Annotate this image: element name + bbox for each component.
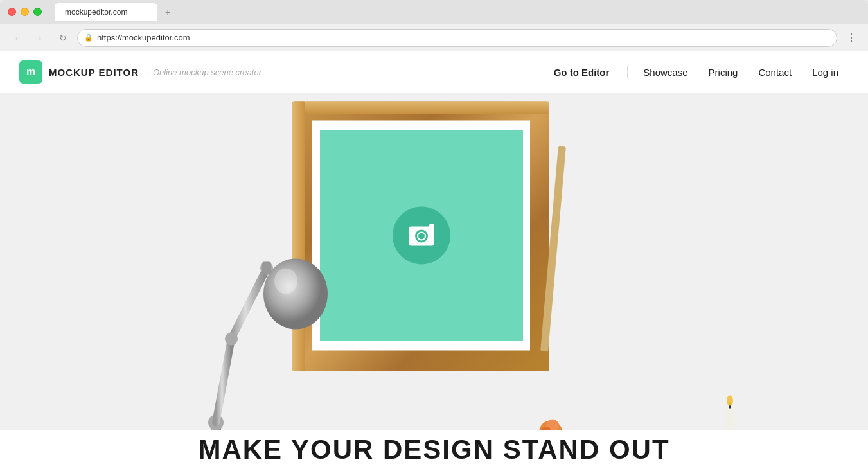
contact-link[interactable]: Contact [748, 62, 802, 83]
svg-rect-2 [292, 102, 549, 114]
site-header: m MOCKUP EDITOR - Online mockup scene cr… [0, 51, 868, 93]
back-button[interactable]: ‹ [8, 29, 26, 47]
logo-tagline: - Online mockup scene creator [148, 67, 261, 77]
reload-icon: ↻ [59, 33, 67, 43]
address-bar[interactable]: 🔒 [77, 29, 837, 47]
site-nav: Go to Editor Showcase Pricing Contact Lo… [541, 62, 849, 83]
url-input[interactable] [97, 33, 830, 42]
browser-toolbar: ‹ › ↻ 🔒 ⋮ [0, 24, 868, 51]
svg-rect-3 [292, 102, 305, 371]
logo-icon: m [19, 60, 42, 84]
lock-icon: 🔒 [84, 33, 93, 42]
svg-rect-21 [262, 262, 271, 275]
nav-divider [627, 66, 628, 78]
reload-button[interactable]: ↻ [54, 29, 72, 47]
svg-point-19 [263, 259, 328, 330]
new-tab-button[interactable]: + [165, 7, 170, 17]
hero-headline: MAKE YOUR DESIGN STAND OUT [198, 434, 669, 465]
logo-area: m MOCKUP EDITOR - Online mockup scene cr… [19, 60, 261, 84]
svg-point-20 [274, 269, 297, 294]
website-content: m MOCKUP EDITOR - Online mockup scene cr… [0, 51, 868, 469]
hero-scene [0, 93, 868, 430]
logo-letter: m [26, 66, 35, 78]
showcase-link[interactable]: Showcase [633, 62, 698, 83]
pricing-link[interactable]: Pricing [698, 62, 748, 83]
browser-tab[interactable]: mockupeditor.com [55, 3, 157, 21]
browser-menu-button[interactable]: ⋮ [842, 29, 860, 47]
hero-text-area: MAKE YOUR DESIGN STAND OUT [0, 430, 868, 469]
tab-title: mockupeditor.com [65, 8, 127, 17]
svg-point-17 [225, 333, 238, 346]
traffic-lights [8, 8, 42, 16]
svg-rect-10 [429, 224, 434, 228]
back-icon: ‹ [15, 33, 19, 43]
logo-text: MOCKUP EDITOR [49, 67, 139, 78]
forward-icon: › [39, 33, 42, 43]
menu-icon: ⋮ [846, 31, 856, 44]
svg-rect-38 [725, 409, 735, 431]
hero-section: MAKE YOUR DESIGN STAND OUT [0, 93, 868, 469]
svg-point-9 [418, 233, 425, 240]
browser-titlebar: mockupeditor.com + [0, 0, 868, 24]
hero-illustration [0, 93, 868, 430]
close-button[interactable] [8, 8, 16, 16]
minimize-button[interactable] [21, 8, 29, 16]
svg-point-40 [727, 396, 733, 406]
login-link[interactable]: Log in [802, 62, 849, 83]
browser-window: mockupeditor.com + ‹ › ↻ 🔒 ⋮ m [0, 0, 868, 469]
go-to-editor-link[interactable]: Go to Editor [541, 62, 623, 83]
maximize-button[interactable] [33, 8, 42, 16]
forward-button[interactable]: › [31, 29, 49, 47]
